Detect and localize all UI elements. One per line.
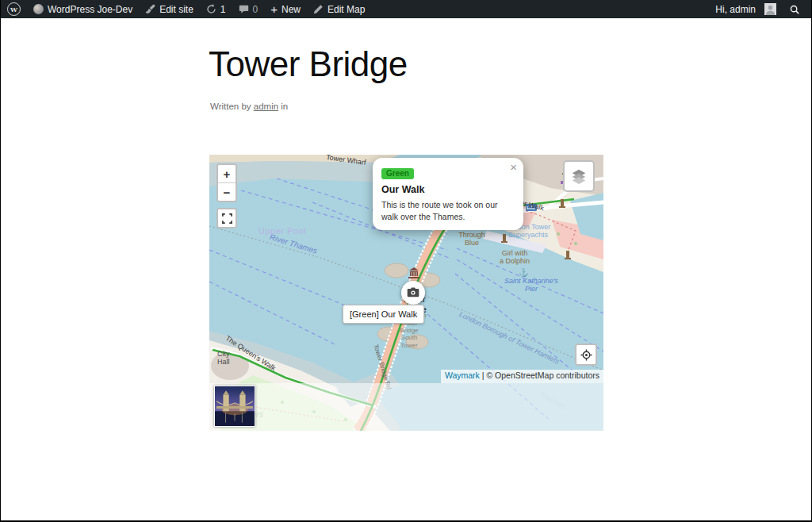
- wp-logo-menu[interactable]: W: [1, 0, 27, 18]
- edit-map-button[interactable]: Edit Map: [307, 0, 371, 18]
- page-title: Tower Bridge: [209, 44, 408, 84]
- wordpress-logo-icon: W: [7, 2, 21, 16]
- zoom-control: + −: [216, 163, 237, 202]
- popup-description: This is the route we took on our walk ov…: [381, 199, 515, 222]
- fullscreen-button[interactable]: [218, 209, 236, 227]
- updates-icon: [206, 4, 216, 14]
- search-icon: [789, 4, 800, 15]
- byline: Written by admin in: [210, 102, 288, 111]
- edit-map-label: Edit Map: [327, 4, 365, 15]
- site-menu[interactable]: WordPress Joe-Dev: [27, 0, 139, 18]
- fullscreen-control: [216, 208, 237, 228]
- locate-control: [575, 344, 597, 366]
- zoom-out-button[interactable]: −: [218, 183, 236, 201]
- layers-control[interactable]: [563, 160, 595, 192]
- avatar: [764, 3, 776, 15]
- hotel-icon: [526, 204, 537, 211]
- my-account-menu[interactable]: Hi, admin: [709, 0, 783, 18]
- wp-admin-bar: W WordPress Joe-Dev Edit site 1: [1, 0, 811, 18]
- leaflet-map[interactable]: Upper Pool River Thames Tower Wharf Cloi…: [209, 155, 603, 431]
- edit-site-button[interactable]: Edit site: [139, 0, 200, 18]
- browser-viewport: W WordPress Joe-Dev Edit site 1: [0, 0, 812, 522]
- route-popup: Green × Our Walk This is the route we to…: [373, 158, 523, 230]
- type-badge: Green: [381, 168, 414, 179]
- image-gallery-strip: [209, 383, 603, 431]
- admin-bar-right: Hi, admin: [709, 0, 811, 18]
- edit-site-label: Edit site: [159, 4, 193, 15]
- site-name-label: WordPress Joe-Dev: [48, 4, 132, 15]
- layers-icon: [570, 167, 588, 185]
- comments-count: 0: [253, 4, 259, 15]
- popup-title: Our Walk: [381, 184, 515, 195]
- byline-prefix: Written by: [210, 102, 251, 111]
- map-attribution: Waymark | © OpenStreetMap contributors: [441, 370, 603, 383]
- comments-icon: [239, 4, 249, 14]
- customize-brush-icon: [145, 4, 155, 14]
- plus-icon: +: [270, 3, 278, 15]
- admin-bar-left: W WordPress Joe-Dev Edit site 1: [1, 0, 371, 18]
- greeting-label: Hi, admin: [715, 4, 756, 15]
- photo-marker[interactable]: [401, 281, 425, 305]
- new-label: New: [282, 4, 301, 15]
- waymark-link[interactable]: Waymark: [445, 370, 480, 380]
- gallery-thumbnail[interactable]: [214, 386, 255, 427]
- fullscreen-icon: [222, 213, 232, 224]
- locate-button[interactable]: [576, 345, 596, 364]
- route-tooltip[interactable]: [Green] Our Walk: [343, 305, 424, 324]
- camera-icon: [407, 287, 419, 298]
- comments-button[interactable]: 0: [232, 0, 265, 18]
- author-link[interactable]: admin: [254, 102, 278, 111]
- zoom-in-button[interactable]: +: [218, 165, 236, 182]
- search-button[interactable]: [783, 0, 806, 18]
- new-content-button[interactable]: + New: [264, 0, 307, 18]
- close-icon[interactable]: ×: [510, 161, 517, 173]
- locate-icon: [580, 349, 592, 361]
- byline-suffix: in: [281, 102, 288, 111]
- site-favicon: [33, 4, 44, 14]
- updates-button[interactable]: 1: [200, 0, 232, 18]
- updates-count: 1: [220, 4, 226, 15]
- tower-bridge-photo: [215, 386, 255, 426]
- pencil-icon: [313, 4, 324, 14]
- osm-attribution: | © OpenStreetMap contributors: [480, 370, 599, 380]
